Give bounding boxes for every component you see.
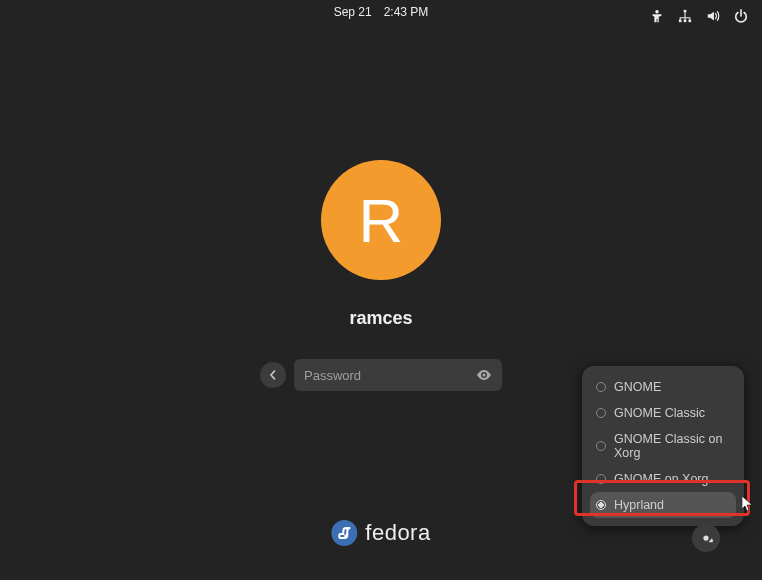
volume-icon[interactable]	[706, 9, 720, 23]
session-label: GNOME on Xorg	[614, 472, 708, 486]
username-label: ramces	[0, 308, 762, 329]
radio-icon	[596, 441, 606, 451]
accessibility-icon[interactable]	[650, 9, 664, 23]
svg-point-5	[483, 374, 486, 377]
radio-icon	[596, 474, 606, 484]
session-item-gnome[interactable]: GNOME	[590, 374, 736, 400]
svg-rect-3	[684, 20, 687, 23]
password-field[interactable]	[294, 359, 502, 391]
svg-point-0	[655, 10, 659, 14]
avatar-initial: R	[359, 185, 404, 256]
fedora-logo-icon	[331, 520, 357, 546]
distro-brand: fedora	[331, 520, 430, 546]
svg-rect-2	[679, 20, 682, 23]
power-icon[interactable]	[734, 9, 748, 23]
brand-name: fedora	[365, 520, 430, 546]
session-item-hyprland[interactable]: Hyprland	[590, 492, 736, 518]
back-button[interactable]	[260, 362, 286, 388]
session-item-gnome-xorg[interactable]: GNOME on Xorg	[590, 466, 736, 492]
clock[interactable]: Sep 21 2:43 PM	[334, 5, 429, 19]
session-label: GNOME	[614, 380, 661, 394]
session-menu: GNOME GNOME Classic GNOME Classic on Xor…	[582, 366, 744, 526]
show-password-icon[interactable]	[476, 367, 492, 383]
session-gear-button[interactable]	[692, 524, 720, 552]
network-icon[interactable]	[678, 9, 692, 23]
radio-icon	[596, 408, 606, 418]
radio-icon	[596, 500, 606, 510]
password-input[interactable]	[304, 368, 476, 383]
session-item-gnome-classic[interactable]: GNOME Classic	[590, 400, 736, 426]
top-bar: Sep 21 2:43 PM	[0, 0, 762, 32]
svg-rect-4	[689, 20, 692, 23]
avatar: R	[321, 160, 441, 280]
session-label: GNOME Classic on Xorg	[614, 432, 730, 460]
session-label: Hyprland	[614, 498, 664, 512]
session-label: GNOME Classic	[614, 406, 705, 420]
session-item-gnome-classic-xorg[interactable]: GNOME Classic on Xorg	[590, 426, 736, 466]
time: 2:43 PM	[384, 5, 429, 19]
svg-rect-1	[684, 10, 687, 13]
radio-icon	[596, 382, 606, 392]
date: Sep 21	[334, 5, 372, 19]
